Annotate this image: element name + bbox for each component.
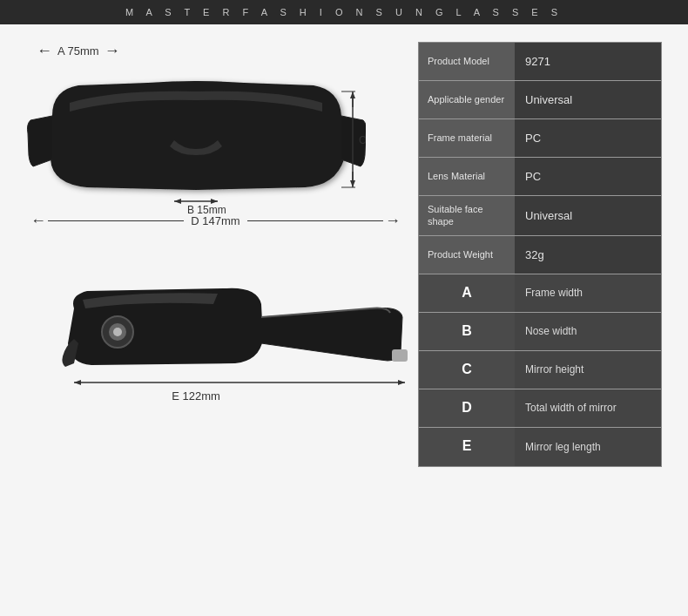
svg-text:E 122mm: E 122mm bbox=[172, 389, 220, 403]
legend-key-c: C bbox=[419, 351, 515, 389]
diagram-panel: ← A 75mm → bbox=[26, 42, 401, 593]
legend-desc-b: Nose width bbox=[515, 313, 661, 350]
legend-row-d: D Total width of mirror bbox=[419, 389, 661, 428]
spec-label-model: Product Model bbox=[419, 43, 515, 80]
spec-label-face-shape: Suitable face shape bbox=[419, 196, 515, 235]
glasses-top-svg: C49mm B 15mm bbox=[26, 64, 366, 216]
legend-desc-e: Mirror leg length bbox=[515, 428, 661, 466]
spec-label-weight: Product Weight bbox=[419, 236, 515, 274]
svg-marker-18 bbox=[398, 380, 405, 385]
legend-key-d: D bbox=[419, 389, 515, 427]
spec-value-lens-material: PC bbox=[515, 158, 661, 195]
legend-row-b: B Nose width bbox=[419, 313, 661, 351]
spec-value-weight: 32g bbox=[515, 236, 661, 274]
top-view-section: ← A 75mm → bbox=[26, 42, 401, 230]
spec-value-gender: Universal bbox=[515, 81, 661, 118]
spec-row-weight: Product Weight 32g bbox=[419, 236, 661, 274]
svg-marker-7 bbox=[350, 180, 355, 187]
svg-point-14 bbox=[113, 328, 122, 336]
legend-row-c: C Mirror height bbox=[419, 351, 661, 389]
legend-desc-c: Mirror height bbox=[515, 351, 661, 389]
legend-key-a: A bbox=[419, 274, 515, 312]
dim-a-label: A 75mm bbox=[57, 44, 99, 58]
spec-label-frame-material: Frame material bbox=[419, 119, 515, 157]
spec-row-lens-material: Lens Material PC bbox=[419, 158, 661, 196]
spec-row-frame-material: Frame material PC bbox=[419, 119, 661, 158]
dim-d-label: D 147mm bbox=[191, 214, 239, 227]
spec-row-gender: Applicable gender Universal bbox=[419, 81, 661, 119]
spec-value-frame-material: PC bbox=[515, 119, 661, 157]
spec-row-face-shape: Suitable face shape Universal bbox=[419, 196, 661, 236]
brand-title: M A S T E R F A S H I O N S U N G L A S … bbox=[125, 7, 563, 17]
legend-key-e: E bbox=[419, 428, 515, 466]
legend-row-a: A Frame width bbox=[419, 274, 661, 313]
glasses-side-svg: E 122mm bbox=[26, 261, 409, 413]
side-view-section: E 122mm bbox=[26, 252, 401, 413]
specs-panel: Product Model 9271 Applicable gender Uni… bbox=[418, 42, 662, 467]
spec-label-lens-material: Lens Material bbox=[419, 158, 515, 195]
header-bar: M A S T E R F A S H I O N S U N G L A S … bbox=[0, 0, 688, 24]
spec-row-model: Product Model 9271 bbox=[419, 43, 661, 81]
legend-row-e: E Mirror leg length bbox=[419, 428, 661, 466]
svg-text:B 15mm: B 15mm bbox=[187, 204, 226, 216]
legend-key-b: B bbox=[419, 313, 515, 350]
legend-desc-a: Frame width bbox=[515, 274, 661, 312]
svg-rect-15 bbox=[392, 349, 408, 362]
legend-desc-d: Total width of mirror bbox=[515, 389, 661, 427]
spec-value-face-shape: Universal bbox=[515, 196, 661, 235]
spec-value-model: 9271 bbox=[515, 43, 661, 80]
svg-text:C49mm: C49mm bbox=[359, 134, 366, 146]
spec-label-gender: Applicable gender bbox=[419, 81, 515, 118]
svg-marker-17 bbox=[74, 380, 81, 385]
svg-marker-5 bbox=[350, 91, 355, 98]
svg-marker-9 bbox=[174, 199, 181, 204]
